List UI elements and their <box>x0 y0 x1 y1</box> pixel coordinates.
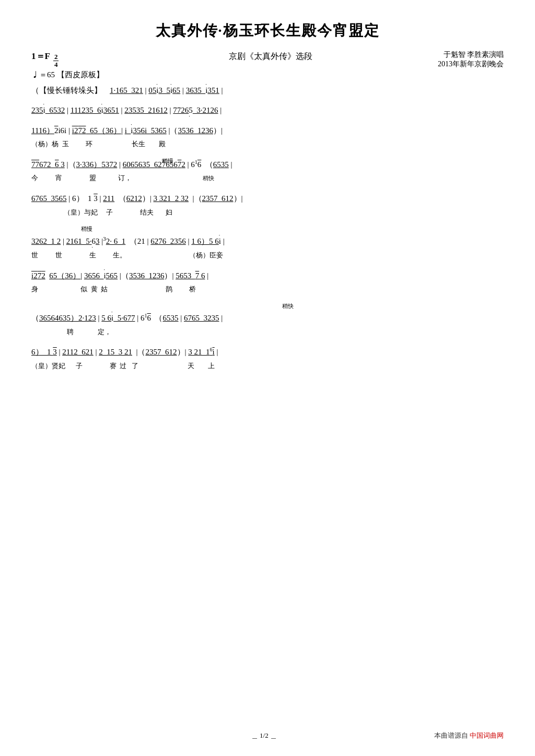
header-row: 1＝F 2 4 ♩＝65 【西皮原板】 京剧《太真外传》选段 于魁智 李胜素演唱… <box>31 50 504 80</box>
tempo-mark-2: 稍慢 <box>31 225 504 233</box>
main-content: （【慢长锤转垛头】 1·165 321 | 05i·3 5i·65 | 3635… <box>31 83 504 374</box>
notation-line-7: i272 65（36）| 3656 i·565 |（3536 1236）| 56… <box>31 268 504 284</box>
tempo: ♩＝65 <box>31 70 55 79</box>
tempo-row: ♩＝65 【西皮原板】 <box>31 70 104 80</box>
time-top: 2 <box>53 53 59 61</box>
key-time: 1＝F 2 4 <box>31 50 104 69</box>
line-group-1: （【慢长锤转垛头】 1·165 321 | 05i·3 5i·65 | 3635… <box>31 83 504 98</box>
line-group-3: 1116）2i6i | i272 65（36）| i i·356i 5365 |… <box>31 123 504 152</box>
header-center: 京剧《太真外传》选段 <box>104 50 438 62</box>
lyrics-line-7: 身 似 黄 姑 鹊 桥 <box>31 284 504 297</box>
notation-line-4: 77672 6 3 |（3·336）5372 | 6065635 6276567… <box>31 157 504 172</box>
performer: 于魁智 李胜素演唱 <box>438 50 504 60</box>
lyrics-line-5: （皇）与妃 子 结夫 妇 <box>31 207 504 220</box>
time-signature: 2 4 <box>53 53 59 69</box>
lyrics-line-6: 世 世 生 生。 （杨）臣妾 <box>31 250 504 263</box>
notation-line-2: 235i· 6532 | 111235 6i·3651 | 23535 2161… <box>31 103 504 118</box>
page-number: ＿ 1/2 ＿ <box>94 731 434 740</box>
footer: ＿ 1/2 ＿ 本曲谱源自 中国词曲网 <box>0 731 535 740</box>
year: 2013年新年京剧晚会 <box>438 60 504 69</box>
notation-line-8: （36564635）2·123 | 5 6i· 5·677 | 616 （653… <box>31 311 504 326</box>
header-left: 1＝F 2 4 ♩＝65 【西皮原板】 <box>31 50 104 80</box>
notation-line-9: 6） 1 3 | 2112 621 | 2 15 3 21 |（2357 612… <box>31 345 504 360</box>
line-group-4: 稍慢 77672 6 3 |（3·336）5372 | 6065635 6276… <box>31 157 504 186</box>
notation-line-1: （【慢长锤转垛头】 1·165 321 | 05i·3 5i·65 | 3635… <box>31 83 504 98</box>
notation-line-5: 6765 3565 | 6） 1 3 | 211 （6212）| 3 321 2… <box>31 191 504 206</box>
tempo-fast-2: 稍快 <box>282 302 294 310</box>
page-title: 太真外传·杨玉环长生殿今宵盟定 <box>31 21 504 41</box>
lyrics-line-9: （皇）贤妃 子 赛 过 了 天 上 <box>31 361 504 374</box>
lyrics-line-8: 聘 定， <box>31 327 504 340</box>
line-group-8: 稍快 （36564635）2·123 | 5 6i· 5·677 | 616 （… <box>31 302 504 339</box>
style: 【西皮原板】 <box>57 70 104 79</box>
line-group-9: 6） 1 3 | 2112 621 | 2 15 3 21 |（2357 612… <box>31 345 504 373</box>
notation-line-6: 3262 1 2 | 2161 5·6·3 |32· 6 1 （21 | 627… <box>31 233 504 249</box>
line-group-5: 6765 3565 | 6） 1 3 | 211 （6212）| 3 321 2… <box>31 191 504 220</box>
lyrics-line-4: 今 宵 盟 订， 稍快 <box>31 173 504 186</box>
header-right: 于魁智 李胜素演唱 2013年新年京剧晚会 <box>438 50 504 69</box>
footer-source: 本曲谱源自 中国词曲网 <box>434 731 504 740</box>
time-bottom: 4 <box>53 61 59 68</box>
source-name: 中国词曲网 <box>470 731 504 739</box>
line-group-6: 稍慢 3262 1 2 | 2161 5·6·3 |32· 6 1 （21 | … <box>31 225 504 263</box>
key: 1＝F <box>31 50 50 62</box>
lyrics-line-3: （杨）杨 玉 环 长生 殿 <box>31 139 504 152</box>
source-prefix: 本曲谱源自 <box>434 731 468 739</box>
tempo-mark-3: 稍快 <box>31 302 504 311</box>
line-group-2: 235i· 6532 | 111235 6i·3651 | 23535 2161… <box>31 103 504 118</box>
notation-line-3: 1116）2i6i | i272 65（36）| i i·356i 5365 |… <box>31 123 504 138</box>
tempo-slow-2: 稍慢 <box>81 225 92 233</box>
tempo-slow-1: 稍慢 <box>162 157 173 165</box>
line-group-7: i272 65（36）| 3656 i·565 |（3536 1236）| 56… <box>31 268 504 297</box>
